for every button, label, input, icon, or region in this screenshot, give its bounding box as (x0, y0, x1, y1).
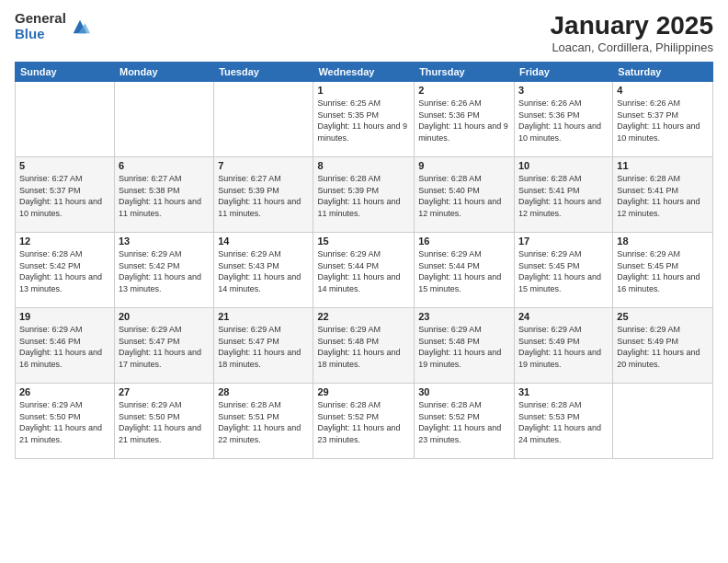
calendar-week-1: 1Sunrise: 6:25 AM Sunset: 5:35 PM Daylig… (16, 82, 713, 157)
day-info: Sunrise: 6:29 AM Sunset: 5:45 PM Dayligh… (518, 248, 609, 294)
day-number: 26 (19, 386, 110, 397)
day-info: Sunrise: 6:27 AM Sunset: 5:39 PM Dayligh… (218, 173, 309, 219)
day-info: Sunrise: 6:28 AM Sunset: 5:53 PM Dayligh… (518, 399, 609, 445)
calendar-table: Sunday Monday Tuesday Wednesday Thursday… (15, 62, 713, 459)
day-number: 11 (617, 160, 709, 171)
table-row: 22Sunrise: 6:29 AM Sunset: 5:48 PM Dayli… (313, 308, 415, 384)
day-info: Sunrise: 6:26 AM Sunset: 5:36 PM Dayligh… (518, 98, 609, 144)
table-row: 21Sunrise: 6:29 AM Sunset: 5:47 PM Dayli… (214, 308, 313, 384)
table-row: 13Sunrise: 6:29 AM Sunset: 5:42 PM Dayli… (114, 233, 213, 308)
table-row: 9Sunrise: 6:28 AM Sunset: 5:40 PM Daylig… (415, 157, 515, 233)
table-row: 11Sunrise: 6:28 AM Sunset: 5:41 PM Dayli… (613, 157, 713, 233)
col-friday: Friday (514, 63, 612, 82)
table-row: 24Sunrise: 6:29 AM Sunset: 5:49 PM Dayli… (514, 308, 612, 384)
logo-text: General Blue (15, 11, 66, 41)
col-monday: Monday (114, 63, 213, 82)
day-info: Sunrise: 6:28 AM Sunset: 5:41 PM Dayligh… (617, 173, 709, 219)
day-number: 14 (218, 236, 309, 247)
day-number: 25 (617, 311, 709, 322)
day-info: Sunrise: 6:29 AM Sunset: 5:47 PM Dayligh… (218, 324, 309, 370)
day-number: 9 (418, 160, 510, 171)
calendar-header-row: Sunday Monday Tuesday Wednesday Thursday… (16, 63, 713, 82)
day-number: 15 (317, 236, 410, 247)
location: Loacan, Cordillera, Philippines (551, 40, 713, 54)
calendar-week-5: 26Sunrise: 6:29 AM Sunset: 5:50 PM Dayli… (16, 384, 713, 459)
day-info: Sunrise: 6:25 AM Sunset: 5:35 PM Dayligh… (317, 98, 410, 144)
table-row: 6Sunrise: 6:27 AM Sunset: 5:38 PM Daylig… (114, 157, 213, 233)
table-row: 1Sunrise: 6:25 AM Sunset: 5:35 PM Daylig… (313, 82, 415, 157)
day-info: Sunrise: 6:29 AM Sunset: 5:50 PM Dayligh… (19, 399, 110, 445)
day-info: Sunrise: 6:27 AM Sunset: 5:38 PM Dayligh… (119, 173, 210, 219)
day-info: Sunrise: 6:29 AM Sunset: 5:42 PM Dayligh… (119, 248, 210, 294)
day-number: 3 (518, 85, 609, 96)
day-info: Sunrise: 6:29 AM Sunset: 5:49 PM Dayligh… (617, 324, 709, 370)
day-number: 12 (19, 236, 110, 247)
logo-general: General (15, 11, 66, 27)
day-number: 18 (617, 236, 709, 247)
day-number: 17 (518, 236, 609, 247)
logo-blue: Blue (15, 27, 66, 42)
calendar-week-2: 5Sunrise: 6:27 AM Sunset: 5:37 PM Daylig… (16, 157, 713, 233)
day-number: 31 (518, 386, 609, 397)
table-row (613, 384, 713, 459)
table-row: 15Sunrise: 6:29 AM Sunset: 5:44 PM Dayli… (313, 233, 415, 308)
table-row: 23Sunrise: 6:29 AM Sunset: 5:48 PM Dayli… (415, 308, 515, 384)
day-number: 4 (617, 85, 709, 96)
table-row: 3Sunrise: 6:26 AM Sunset: 5:36 PM Daylig… (514, 82, 612, 157)
day-number: 1 (317, 85, 410, 96)
day-info: Sunrise: 6:26 AM Sunset: 5:36 PM Dayligh… (418, 98, 510, 144)
day-number: 7 (218, 160, 309, 171)
day-number: 6 (119, 160, 210, 171)
day-info: Sunrise: 6:29 AM Sunset: 5:47 PM Dayligh… (119, 324, 210, 370)
table-row: 25Sunrise: 6:29 AM Sunset: 5:49 PM Dayli… (613, 308, 713, 384)
day-number: 8 (317, 160, 410, 171)
day-info: Sunrise: 6:29 AM Sunset: 5:48 PM Dayligh… (418, 324, 510, 370)
day-info: Sunrise: 6:26 AM Sunset: 5:37 PM Dayligh… (617, 98, 709, 144)
month-title: January 2025 (551, 11, 713, 40)
col-wednesday: Wednesday (313, 63, 415, 82)
col-sunday: Sunday (16, 63, 115, 82)
table-row: 12Sunrise: 6:28 AM Sunset: 5:42 PM Dayli… (16, 233, 115, 308)
day-number: 30 (418, 386, 510, 397)
day-info: Sunrise: 6:28 AM Sunset: 5:51 PM Dayligh… (218, 399, 309, 445)
table-row (114, 82, 213, 157)
day-number: 27 (119, 386, 210, 397)
day-info: Sunrise: 6:27 AM Sunset: 5:37 PM Dayligh… (19, 173, 110, 219)
header: General Blue January 2025 Loacan, Cordil… (15, 11, 713, 54)
table-row: 2Sunrise: 6:26 AM Sunset: 5:36 PM Daylig… (415, 82, 515, 157)
table-row: 29Sunrise: 6:28 AM Sunset: 5:52 PM Dayli… (313, 384, 415, 459)
day-info: Sunrise: 6:29 AM Sunset: 5:46 PM Dayligh… (19, 324, 110, 370)
table-row: 26Sunrise: 6:29 AM Sunset: 5:50 PM Dayli… (16, 384, 115, 459)
day-info: Sunrise: 6:28 AM Sunset: 5:42 PM Dayligh… (19, 248, 110, 294)
table-row: 7Sunrise: 6:27 AM Sunset: 5:39 PM Daylig… (214, 157, 313, 233)
table-row: 30Sunrise: 6:28 AM Sunset: 5:52 PM Dayli… (415, 384, 515, 459)
logo-icon (70, 17, 90, 37)
day-info: Sunrise: 6:29 AM Sunset: 5:44 PM Dayligh… (418, 248, 510, 294)
day-info: Sunrise: 6:29 AM Sunset: 5:43 PM Dayligh… (218, 248, 309, 294)
day-number: 16 (418, 236, 510, 247)
day-number: 22 (317, 311, 410, 322)
day-info: Sunrise: 6:28 AM Sunset: 5:41 PM Dayligh… (518, 173, 609, 219)
day-info: Sunrise: 6:28 AM Sunset: 5:40 PM Dayligh… (418, 173, 510, 219)
table-row: 18Sunrise: 6:29 AM Sunset: 5:45 PM Dayli… (613, 233, 713, 308)
table-row (214, 82, 313, 157)
table-row: 27Sunrise: 6:29 AM Sunset: 5:50 PM Dayli… (114, 384, 213, 459)
logo: General Blue (15, 11, 90, 41)
table-row: 20Sunrise: 6:29 AM Sunset: 5:47 PM Dayli… (114, 308, 213, 384)
table-row: 31Sunrise: 6:28 AM Sunset: 5:53 PM Dayli… (514, 384, 612, 459)
col-tuesday: Tuesday (214, 63, 313, 82)
col-saturday: Saturday (613, 63, 713, 82)
day-number: 19 (19, 311, 110, 322)
title-area: January 2025 Loacan, Cordillera, Philipp… (551, 11, 713, 54)
table-row: 17Sunrise: 6:29 AM Sunset: 5:45 PM Dayli… (514, 233, 612, 308)
table-row: 28Sunrise: 6:28 AM Sunset: 5:51 PM Dayli… (214, 384, 313, 459)
col-thursday: Thursday (415, 63, 515, 82)
day-info: Sunrise: 6:28 AM Sunset: 5:39 PM Dayligh… (317, 173, 410, 219)
table-row (16, 82, 115, 157)
day-number: 20 (119, 311, 210, 322)
calendar-week-3: 12Sunrise: 6:28 AM Sunset: 5:42 PM Dayli… (16, 233, 713, 308)
day-info: Sunrise: 6:29 AM Sunset: 5:50 PM Dayligh… (119, 399, 210, 445)
table-row: 19Sunrise: 6:29 AM Sunset: 5:46 PM Dayli… (16, 308, 115, 384)
day-number: 13 (119, 236, 210, 247)
day-number: 24 (518, 311, 609, 322)
